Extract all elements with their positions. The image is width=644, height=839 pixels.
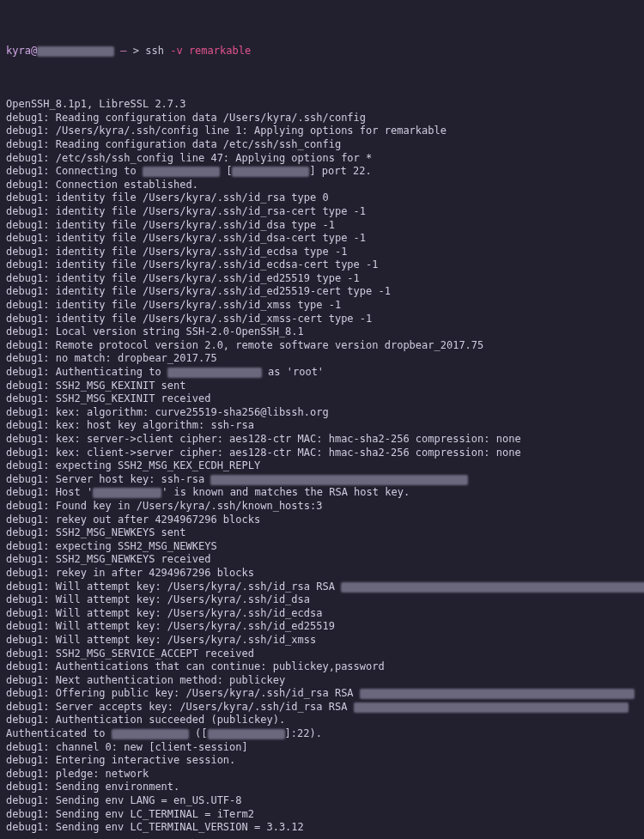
output-line: debug1: channel 0: new [client-session] [6,741,638,755]
redacted-text [232,167,309,177]
output-line: debug1: identity file /Users/kyra/.ssh/i… [6,272,638,286]
output-line: debug1: Next authentication method: publ… [6,674,638,688]
output-line: debug1: Will attempt key: /Users/kyra/.s… [6,607,638,621]
cmd-arg: remarkable [189,45,251,57]
output-line: debug1: identity file /Users/kyra/.ssh/i… [6,313,638,326]
output-line: debug1: identity file /Users/kyra/.ssh/i… [6,285,638,299]
output-line: debug1: Sending env LC_TERMINAL = iTerm2 [6,808,638,822]
output-line: debug1: SSH2_MSG_KEXINIT sent [6,380,638,393]
redacted-text [354,702,629,713]
output-line: debug1: Reading configuration data /etc/… [6,138,638,152]
output-line: OpenSSH_8.1p1, LibreSSL 2.7.3 [6,98,638,112]
terminal-output: OpenSSH_8.1p1, LibreSSL 2.7.3debug1: Rea… [6,98,638,835]
output-line: debug1: SSH2_MSG_SERVICE_ACCEPT received [6,647,638,661]
output-line: debug1: SSH2_MSG_KEXINIT received [6,392,638,406]
output-line: debug1: SSH2_MSG_NEWKEYS sent [6,526,638,540]
output-line: debug1: Reading configuration data /User… [6,112,638,125]
output-line: debug1: /Users/kyra/.ssh/config line 1: … [6,125,638,138]
redacted-text [143,167,220,177]
output-line: debug1: Entering interactive session. [6,754,638,768]
prompt-user: kyra@ [6,45,37,57]
output-line: debug1: identity file /Users/kyra/.ssh/i… [6,258,638,272]
output-line: debug1: rekey in after 4294967296 blocks [6,567,638,581]
output-line: debug1: /etc/ssh/ssh_config line 47: App… [6,152,638,166]
output-line: debug1: pledge: network [6,768,638,781]
redacted-text [167,368,262,378]
output-line: debug1: kex: client->server cipher: aes1… [6,447,638,460]
output-line: debug1: expecting SSH2_MSG_NEWKEYS [6,540,638,554]
output-line: Authenticated to ([]:22). [6,727,638,741]
output-line: debug1: Authentication succeeded (public… [6,714,638,727]
output-line: debug1: Will attempt key: /Users/kyra/.s… [6,581,638,594]
output-line: debug1: Local version string SSH-2.0-Ope… [6,325,638,339]
output-line: debug1: kex: algorithm: curve25519-sha25… [6,406,638,420]
output-line: debug1: rekey out after 4294967296 block… [6,514,638,527]
redacted-text [208,729,285,739]
output-line: debug1: Sending env LANG = en_US.UTF-8 [6,794,638,808]
output-line: debug1: Server accepts key: /Users/kyra/… [6,701,638,714]
output-line: debug1: kex: host key algorithm: ssh-rsa [6,419,638,433]
output-line: debug1: identity file /Users/kyra/.ssh/i… [6,232,638,246]
redacted-text [360,689,635,699]
output-line: debug1: identity file /Users/kyra/.ssh/i… [6,299,638,313]
prompt-separator: — [114,45,133,57]
output-line: debug1: Will attempt key: /Users/kyra/.s… [6,593,638,607]
output-line: debug1: Authentications that can continu… [6,660,638,674]
output-line: debug1: kex: server->client cipher: aes1… [6,433,638,447]
output-line: debug1: no match: dropbear_2017.75 [6,352,638,366]
output-line: debug1: Will attempt key: /Users/kyra/.s… [6,620,638,634]
redacted-text [112,729,189,739]
output-line: debug1: Connection established. [6,179,638,192]
output-line: debug1: SSH2_MSG_NEWKEYS received [6,553,638,567]
output-line: debug1: Authenticating to as 'root' [6,366,638,380]
output-line: debug1: Host '' is known and matches the… [6,486,638,500]
redacted-text [341,582,644,593]
output-line: debug1: expecting SSH2_MSG_KEX_ECDH_REPL… [6,459,638,473]
redacted-hostname [37,46,114,57]
prompt-caret: > [133,45,145,57]
cmd-flag: -v [170,45,182,57]
output-line: debug1: identity file /Users/kyra/.ssh/i… [6,192,638,205]
cmd-name: ssh [145,45,164,57]
output-line: debug1: identity file /Users/kyra/.ssh/i… [6,246,638,259]
output-line: debug1: Remote protocol version 2.0, rem… [6,339,638,353]
output-line: debug1: identity file /Users/kyra/.ssh/i… [6,205,638,219]
output-line: debug1: Will attempt key: /Users/kyra/.s… [6,634,638,647]
output-line: debug1: Offering public key: /Users/kyra… [6,687,638,701]
output-line: debug1: Sending env LC_TERMINAL_VERSION … [6,821,638,835]
redacted-text [210,475,468,485]
output-line: debug1: Connecting to [] port 22. [6,165,638,179]
output-line: debug1: Server host key: ssh-rsa [6,473,638,487]
output-line: debug1: Sending environment. [6,781,638,794]
terminal-viewport[interactable]: kyra@ — > ssh -v remarkable OpenSSH_8.1p… [0,0,644,839]
prompt-line: kyra@ — > ssh -v remarkable [6,45,638,58]
output-line: debug1: Found key in /Users/kyra/.ssh/kn… [6,500,638,514]
output-line: debug1: identity file /Users/kyra/.ssh/i… [6,219,638,233]
redacted-text [93,488,161,498]
